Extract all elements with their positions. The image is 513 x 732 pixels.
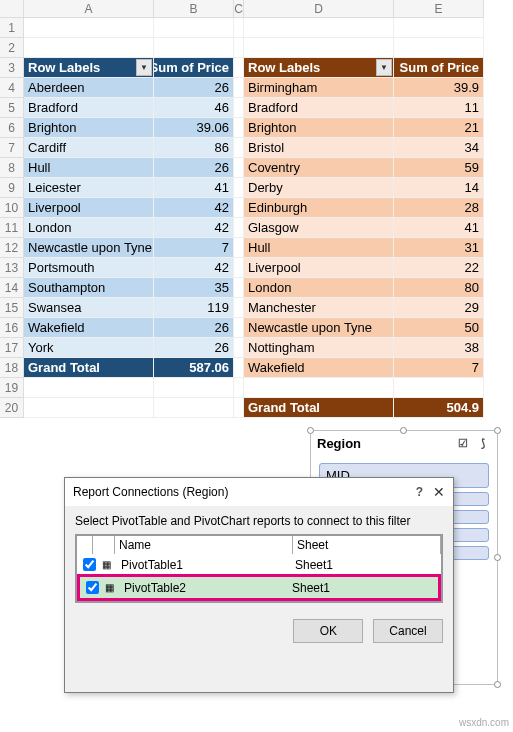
cell[interactable]: Bradford bbox=[24, 98, 154, 118]
cell[interactable] bbox=[234, 358, 244, 378]
cell[interactable]: 31 bbox=[394, 238, 484, 258]
cell[interactable]: 26 bbox=[154, 78, 234, 98]
cell[interactable]: 50 bbox=[394, 318, 484, 338]
col-name-header[interactable]: Name bbox=[115, 536, 293, 554]
cell[interactable]: Swansea bbox=[24, 298, 154, 318]
cell[interactable]: 41 bbox=[154, 178, 234, 198]
cell[interactable] bbox=[394, 378, 484, 398]
cell[interactable]: Liverpool bbox=[24, 198, 154, 218]
cell[interactable]: 35 bbox=[154, 278, 234, 298]
cell[interactable]: London bbox=[244, 278, 394, 298]
row-header[interactable]: 17 bbox=[0, 338, 24, 358]
cell[interactable]: Derby bbox=[244, 178, 394, 198]
cell[interactable]: 41 bbox=[394, 218, 484, 238]
cell[interactable] bbox=[234, 398, 244, 418]
cell[interactable] bbox=[234, 278, 244, 298]
cell[interactable] bbox=[154, 38, 234, 58]
close-icon[interactable]: ✕ bbox=[433, 484, 445, 500]
cell[interactable]: Row Labels▼ bbox=[244, 58, 394, 78]
cell[interactable]: 42 bbox=[154, 258, 234, 278]
cell[interactable] bbox=[234, 78, 244, 98]
row-header[interactable]: 7 bbox=[0, 138, 24, 158]
cell[interactable]: Grand Total bbox=[244, 398, 394, 418]
cell[interactable]: Coventry bbox=[244, 158, 394, 178]
filter-dropdown-icon[interactable]: ▼ bbox=[376, 59, 392, 76]
cell[interactable]: 504.9 bbox=[394, 398, 484, 418]
col-header-C[interactable]: C bbox=[234, 0, 244, 18]
cell[interactable]: Wakefield bbox=[244, 358, 394, 378]
cell[interactable]: Brighton bbox=[24, 118, 154, 138]
cell[interactable]: 46 bbox=[154, 98, 234, 118]
cell[interactable] bbox=[244, 378, 394, 398]
cell[interactable]: Aberdeen bbox=[24, 78, 154, 98]
row-header[interactable]: 1 bbox=[0, 18, 24, 38]
row-header[interactable]: 14 bbox=[0, 278, 24, 298]
cell[interactable]: Bristol bbox=[244, 138, 394, 158]
cell[interactable]: 42 bbox=[154, 198, 234, 218]
cell[interactable]: Nottingham bbox=[244, 338, 394, 358]
cell[interactable]: Sum of Price bbox=[394, 58, 484, 78]
cell[interactable]: 7 bbox=[394, 358, 484, 378]
cell[interactable]: Portsmouth bbox=[24, 258, 154, 278]
col-header-B[interactable]: B bbox=[154, 0, 234, 18]
cell[interactable]: 587.06 bbox=[154, 358, 234, 378]
cell[interactable]: 7 bbox=[154, 238, 234, 258]
cell[interactable]: 38 bbox=[394, 338, 484, 358]
cell[interactable]: 26 bbox=[154, 338, 234, 358]
row-header[interactable]: 20 bbox=[0, 398, 24, 418]
row-header[interactable]: 16 bbox=[0, 318, 24, 338]
row-header[interactable]: 4 bbox=[0, 78, 24, 98]
cell[interactable]: Newcastle upon Tyne bbox=[24, 238, 154, 258]
cell[interactable] bbox=[234, 18, 244, 38]
cell[interactable]: 86 bbox=[154, 138, 234, 158]
row-header[interactable]: 3 bbox=[0, 58, 24, 78]
cell[interactable]: Hull bbox=[24, 158, 154, 178]
row-header[interactable]: 13 bbox=[0, 258, 24, 278]
cell[interactable]: Edinburgh bbox=[244, 198, 394, 218]
row-header[interactable]: 9 bbox=[0, 178, 24, 198]
cell[interactable] bbox=[394, 38, 484, 58]
col-sheet-header[interactable]: Sheet bbox=[293, 536, 441, 554]
cell[interactable]: 80 bbox=[394, 278, 484, 298]
row-header[interactable]: 6 bbox=[0, 118, 24, 138]
cell[interactable]: 119 bbox=[154, 298, 234, 318]
cell[interactable] bbox=[24, 398, 154, 418]
cell[interactable]: 26 bbox=[154, 158, 234, 178]
cell[interactable]: 42 bbox=[154, 218, 234, 238]
cell[interactable]: Birmingham bbox=[244, 78, 394, 98]
cell[interactable]: Row Labels▼ bbox=[24, 58, 154, 78]
cell[interactable] bbox=[234, 178, 244, 198]
select-all-corner[interactable] bbox=[0, 0, 24, 18]
cell[interactable]: Liverpool bbox=[244, 258, 394, 278]
cell[interactable]: 21 bbox=[394, 118, 484, 138]
cell[interactable] bbox=[234, 118, 244, 138]
cell[interactable] bbox=[234, 258, 244, 278]
cell[interactable] bbox=[234, 378, 244, 398]
cell[interactable] bbox=[234, 238, 244, 258]
cell[interactable] bbox=[394, 18, 484, 38]
cell[interactable]: London bbox=[24, 218, 154, 238]
ok-button[interactable]: OK bbox=[293, 619, 363, 643]
row-header[interactable]: 19 bbox=[0, 378, 24, 398]
cell[interactable] bbox=[24, 378, 154, 398]
row-header[interactable]: 10 bbox=[0, 198, 24, 218]
cell[interactable]: Southampton bbox=[24, 278, 154, 298]
cell[interactable]: Sum of Price bbox=[154, 58, 234, 78]
cell[interactable]: Newcastle upon Tyne bbox=[244, 318, 394, 338]
cell[interactable]: Grand Total bbox=[24, 358, 154, 378]
cell[interactable] bbox=[154, 378, 234, 398]
cell[interactable] bbox=[154, 18, 234, 38]
cell[interactable]: Wakefield bbox=[24, 318, 154, 338]
cell[interactable]: 59 bbox=[394, 158, 484, 178]
cell[interactable]: 22 bbox=[394, 258, 484, 278]
help-icon[interactable]: ? bbox=[416, 485, 423, 499]
col-header-D[interactable]: D bbox=[244, 0, 394, 18]
cell[interactable]: 11 bbox=[394, 98, 484, 118]
cell[interactable] bbox=[234, 338, 244, 358]
cell[interactable]: York bbox=[24, 338, 154, 358]
cell[interactable]: Glasgow bbox=[244, 218, 394, 238]
multiselect-icon[interactable]: ☑ bbox=[455, 435, 471, 451]
cell[interactable] bbox=[234, 138, 244, 158]
cell[interactable] bbox=[234, 98, 244, 118]
row-checkbox[interactable] bbox=[79, 555, 95, 574]
